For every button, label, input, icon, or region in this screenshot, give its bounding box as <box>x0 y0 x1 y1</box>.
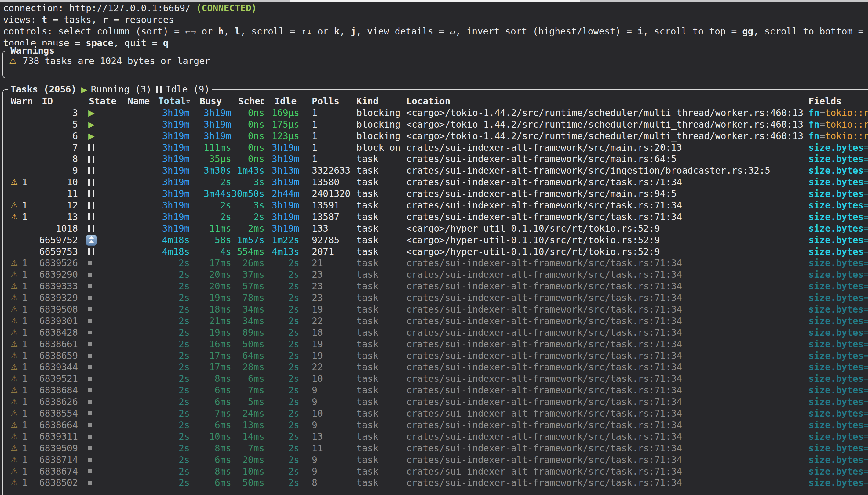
table-row[interactable]: 5▶3h19m3h19m0ns175µs1blocking<cargo>/tok… <box>3 119 868 130</box>
duration-value: 2s <box>253 211 265 222</box>
column-header-name[interactable]: Name <box>125 96 154 107</box>
cell-busy: 58s <box>190 234 231 246</box>
cell-polls: 133 <box>299 223 356 234</box>
table-row[interactable]: ⚠168386842s6ms7ms2s9taskcrates/sui-index… <box>3 385 868 396</box>
column-header-warn[interactable]: Warn <box>9 96 34 107</box>
table-row[interactable]: 66597524m18s58s1m57s1m22s92785task<cargo… <box>3 234 868 246</box>
table-row[interactable]: 6▶3h19m3h19m0ns123µs1blocking<cargo>/tok… <box>3 130 868 142</box>
duration-value: 2s <box>288 351 299 361</box>
field-key: size.bytes <box>808 292 864 303</box>
cell-state <box>78 235 125 246</box>
banner-text: , scroll to bottom = <box>753 26 868 37</box>
field-key: size.bytes <box>808 177 864 187</box>
table-row[interactable]: 83h19m35µs0ns3h19m1taskcrates/sui-indexe… <box>3 153 868 165</box>
duration-value: 4m13s <box>272 246 299 257</box>
duration-value: 11ms <box>209 223 231 234</box>
table-row[interactable]: ⚠168393012s21ms34ms2s22taskcrates/sui-in… <box>3 315 868 327</box>
cell-fields: size.bytes= <box>808 466 868 477</box>
column-header-kind[interactable]: Kind <box>356 96 406 107</box>
table-row[interactable]: 113h19m3m44s30m50s2h44m2401320taskcrates… <box>3 188 868 200</box>
cell-warn: ⚠1 <box>9 396 34 408</box>
cell-state: ▶ <box>78 120 125 129</box>
banner-text: h <box>218 26 223 37</box>
table-row[interactable]: 10183h19m11ms2ms3h19m133task<cargo>/hype… <box>3 223 868 234</box>
cell-busy: 3m44s <box>190 188 231 200</box>
cell-id: 1018 <box>34 223 78 234</box>
duration-value: 2s <box>179 269 190 280</box>
cell-warn: ⚠1 <box>9 466 34 477</box>
cell-total: 2s <box>154 257 190 269</box>
cell-sched: 3s <box>231 200 265 211</box>
table-row[interactable]: ⚠168395212s8ms6ms2s10taskcrates/sui-inde… <box>3 373 868 385</box>
table-row[interactable]: ⚠168395092s8ms7ms2s11taskcrates/sui-inde… <box>3 443 868 454</box>
completed-icon <box>88 296 92 300</box>
cell-polls: 10 <box>299 373 356 385</box>
column-header-idle[interactable]: Idle <box>265 96 299 107</box>
cell-total: 3h19m <box>154 153 190 165</box>
table-row[interactable]: ⚠168393292s19ms78ms2s23taskcrates/sui-in… <box>3 292 868 304</box>
cell-fields: fn=tokio::r <box>808 107 868 119</box>
cell-total: 2s <box>154 466 190 477</box>
column-header-location[interactable]: Location <box>406 96 808 107</box>
table-row[interactable]: ⚠1103h19m2s3s3h19m13580taskcrates/sui-in… <box>3 176 868 188</box>
cell-kind: task <box>356 408 406 419</box>
cell-busy: 2s <box>190 176 231 188</box>
column-header-busy[interactable]: Busy <box>190 96 231 107</box>
duration-value: 4m18s <box>162 235 190 245</box>
table-row[interactable]: ⚠168393112s10ms14ms2s13taskcrates/sui-in… <box>3 431 868 443</box>
warn-count: 1 <box>22 454 28 466</box>
table-row[interactable]: ⚠168384282s19ms89ms2s18taskcrates/sui-in… <box>3 327 868 339</box>
table-row[interactable]: ⚠168393332s20ms57ms2s23taskcrates/sui-in… <box>3 280 868 292</box>
table-row[interactable]: 93h19m3m30s1m43s3h13m3322633taskcrates/s… <box>3 165 868 176</box>
table-row[interactable]: 66597534m18s4s554ms4m13s2071task<cargo>/… <box>3 246 868 258</box>
completed-icon <box>88 330 92 335</box>
completed-icon <box>88 273 92 277</box>
duration-value: 20ms <box>243 455 265 465</box>
pause-icon <box>88 248 94 255</box>
column-header-polls[interactable]: Polls <box>299 96 356 107</box>
table-row[interactable]: ⚠1123h19m2s3s3h19m13591taskcrates/sui-in… <box>3 200 868 211</box>
table-row[interactable]: ⚠1133h19m2s2s3h19m13587taskcrates/sui-in… <box>3 211 868 223</box>
column-header-total[interactable]: Total▿ <box>154 96 190 107</box>
connection-url[interactable]: http://127.0.0.1:6669/ <box>69 3 190 13</box>
cell-total: 3h19m <box>154 188 190 200</box>
column-header-id[interactable]: ID <box>34 96 78 107</box>
table-row[interactable]: 3▶3h19m3h19m0ns169µs1blocking<cargo>/tok… <box>3 107 868 119</box>
banner-text: q <box>163 37 169 48</box>
table-row[interactable]: ⚠168386742s8ms10ms2s9taskcrates/sui-inde… <box>3 466 868 477</box>
column-header-sched[interactable]: Sched <box>231 96 265 107</box>
column-header-fields[interactable]: Fields <box>808 96 868 107</box>
duration-value: 2s <box>288 455 299 465</box>
table-row[interactable]: ⚠168395082s18ms34ms2s19taskcrates/sui-in… <box>3 304 868 315</box>
table-row[interactable]: ⚠168385022s6ms50ms2s8taskcrates/sui-inde… <box>3 477 868 489</box>
cell-state <box>78 296 125 300</box>
completed-icon <box>88 470 92 473</box>
table-row[interactable]: ⚠168386592s17ms64ms2s19taskcrates/sui-in… <box>3 350 868 362</box>
cell-state <box>78 202 125 209</box>
cell-idle: 2s <box>265 315 299 327</box>
cell-sched: 34ms <box>231 315 265 327</box>
cell-state <box>78 458 125 462</box>
table-row[interactable]: ⚠168386262s6ms5ms2s9taskcrates/sui-index… <box>3 396 868 408</box>
cell-location: crates/sui-indexer-alt-framework/src/tas… <box>406 257 808 269</box>
cell-fields: size.bytes= <box>808 188 868 200</box>
duration-value: 3h19m <box>162 200 190 210</box>
cell-polls: 13591 <box>299 200 356 211</box>
column-header-state[interactable]: State <box>78 96 125 107</box>
cell-warn: ⚠1 <box>9 408 34 419</box>
table-row[interactable]: ⚠168393442s17ms28ms2s22taskcrates/sui-in… <box>3 361 868 373</box>
cell-location: <cargo>/hyper-util-0.1.10/src/rt/tokio.r… <box>406 234 808 246</box>
table-row[interactable]: ⚠168395262s17ms26ms2s21taskcrates/sui-in… <box>3 257 868 269</box>
table-row[interactable]: ⚠168385542s7ms24ms2s10taskcrates/sui-ind… <box>3 408 868 419</box>
table-row[interactable]: ⚠168387142s6ms20ms2s9taskcrates/sui-inde… <box>3 454 868 466</box>
cell-polls: 11 <box>299 443 356 454</box>
cell-warn: ⚠1 <box>9 385 34 396</box>
table-row[interactable]: ⚠168386612s16ms50ms2s19taskcrates/sui-in… <box>3 339 868 350</box>
table-row[interactable]: ⚠168392902s20ms37ms2s23taskcrates/sui-in… <box>3 269 868 280</box>
cell-state <box>78 156 125 163</box>
cell-busy: 10ms <box>190 431 231 443</box>
duration-value: 2s <box>288 466 299 477</box>
table-row[interactable]: 73h19m111ms0ns3h19m1block_oncrates/sui-i… <box>3 142 868 154</box>
table-row[interactable]: ⚠168386642s6ms13ms2s9taskcrates/sui-inde… <box>3 419 868 431</box>
up-triangle <box>88 240 94 243</box>
